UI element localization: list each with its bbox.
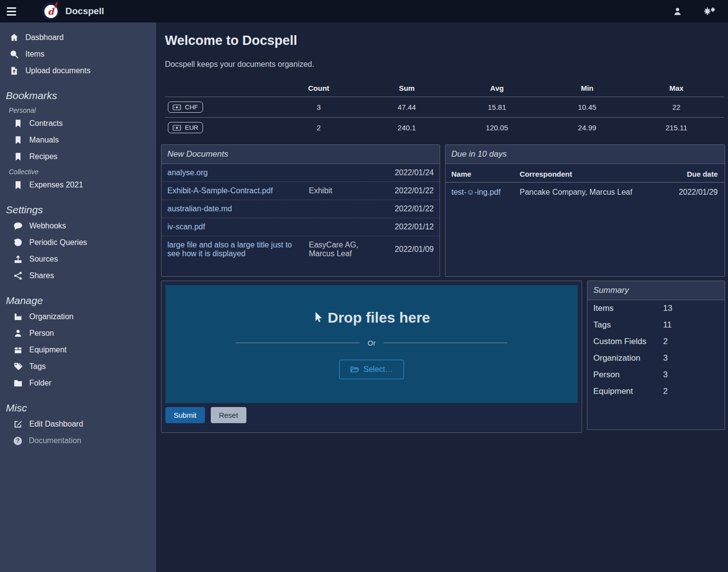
mouse-pointer-icon xyxy=(313,311,323,324)
summary-row: Items 13 xyxy=(587,300,725,317)
due-col-correspondent: Correspondent xyxy=(514,165,666,183)
due-col-date: Due date xyxy=(666,165,725,183)
document-row: large file and also a large title just t… xyxy=(162,236,440,263)
document-link[interactable]: large file and also a large title just t… xyxy=(167,241,304,258)
sidebar-item-bookmark-contracts[interactable]: Contracts xyxy=(11,115,151,132)
sidebar-item-person[interactable]: Person xyxy=(11,325,151,342)
sidebar-item-shares[interactable]: Shares xyxy=(11,267,151,284)
currency-chip-chf[interactable]: CHF xyxy=(168,102,203,113)
bookmark-group-collective: Collective xyxy=(5,165,151,177)
top-navbar: d Docspell xyxy=(0,0,728,22)
sidebar-item-label: Items xyxy=(25,50,44,59)
summary-value: 13 xyxy=(663,304,672,313)
page-title: Welcome to Docspell xyxy=(165,33,725,48)
sidebar-item-folder[interactable]: Folder xyxy=(11,375,151,391)
menu-toggle-icon[interactable] xyxy=(7,5,19,18)
reset-button[interactable]: Reset xyxy=(211,407,246,423)
file-dropzone[interactable]: Drop files here Or Select… xyxy=(165,285,578,403)
summary-row: Tags 11 xyxy=(587,317,725,333)
sidebar-item-label: Webhooks xyxy=(29,222,66,230)
document-link[interactable]: analyse.org xyxy=(167,168,304,177)
sidebar-item-label: Periodic Queries xyxy=(29,238,87,247)
question-circle-icon: ? xyxy=(14,437,22,445)
stat-value: 240.1 xyxy=(365,118,448,138)
sidebar-item-label: Equipment xyxy=(29,346,67,354)
sidebar-item-label: Recipes xyxy=(29,152,58,161)
sidebar-item-bookmark-expenses-2021[interactable]: Expenses 2021 xyxy=(11,177,151,193)
sidebar-item-edit-dashboard[interactable]: Edit Dashboard xyxy=(11,416,151,432)
document-row: Exhibit-A-Sample-Contract.pdf Exhibit 20… xyxy=(162,182,440,200)
search-icon xyxy=(10,50,19,59)
stat-value: 3 xyxy=(272,97,365,118)
main-content: Welcome to Docspell Docspell keeps your … xyxy=(156,22,728,572)
stats-table: Count Sum Avg Min Max CHF 3 47.44 15.81 … xyxy=(165,80,724,138)
due-table: Name Correspondent Due date test-☺-ing.p… xyxy=(445,165,725,202)
page-subtitle: Docspell keeps your documents organized. xyxy=(165,60,725,69)
sidebar-item-bookmark-manuals[interactable]: Manuals xyxy=(11,132,151,148)
sidebar-item-label: Shares xyxy=(29,271,54,280)
comment-icon xyxy=(14,222,22,230)
summary-label: Organization xyxy=(593,353,663,363)
document-date: 2022/01/22 xyxy=(387,186,434,195)
submit-button[interactable]: Submit xyxy=(165,407,205,423)
sidebar-item-webhooks[interactable]: Webhooks xyxy=(11,218,151,234)
stats-row-chf: CHF 3 47.44 15.81 10.45 22 xyxy=(165,97,724,118)
sidebar-item-label: Documentation xyxy=(29,436,81,445)
tags-icon xyxy=(14,362,22,371)
sidebar-item-equipment[interactable]: Equipment xyxy=(11,342,151,358)
sidebar-item-sources[interactable]: Sources xyxy=(11,251,151,267)
share-nodes-icon xyxy=(14,271,22,280)
history-icon xyxy=(14,238,22,247)
sidebar-item-documentation[interactable]: ? Documentation xyxy=(11,432,151,449)
docspell-logo-icon: d xyxy=(42,2,60,20)
sidebar-item-periodic-queries[interactable]: Periodic Queries xyxy=(11,234,151,251)
summary-label: Person xyxy=(593,370,663,380)
summary-value: 2 xyxy=(663,337,667,347)
stat-value: 15.81 xyxy=(448,97,546,118)
document-link[interactable]: test-☺-ing.pdf xyxy=(451,188,501,196)
section-title-bookmarks: Bookmarks xyxy=(5,88,151,103)
new-documents-panel: New Documents analyse.org 2022/01/24 Exh… xyxy=(161,144,440,277)
stat-value: 215.11 xyxy=(629,118,724,138)
sidebar-item-label: Manuals xyxy=(29,136,59,144)
upload-panel: Drop files here Or Select… S xyxy=(161,281,582,433)
due-date: 2022/01/29 xyxy=(666,183,725,202)
due-row: test-☺-ing.pdf Pancake Company, Marcus L… xyxy=(445,183,725,202)
summary-row: Organization 3 xyxy=(587,350,725,367)
summary-label: Equipment xyxy=(593,387,663,396)
sidebar-item-organization[interactable]: Organization xyxy=(11,308,151,325)
panel-title: New Documents xyxy=(162,145,440,164)
stats-col-avg: Avg xyxy=(448,80,546,97)
sidebar-item-dashboard[interactable]: Dasbhoard xyxy=(7,29,151,46)
settings-menu-button[interactable] xyxy=(702,5,717,18)
folder-icon xyxy=(14,379,22,388)
document-date: 2022/01/22 xyxy=(387,204,434,213)
stats-col-count: Count xyxy=(272,80,365,97)
bookmark-icon xyxy=(14,136,22,144)
sidebar-item-tags[interactable]: Tags xyxy=(11,358,151,375)
currency-chip-eur[interactable]: EUR xyxy=(168,122,203,133)
document-link[interactable]: australian-date.md xyxy=(167,204,304,213)
document-link[interactable]: iv-scan.pdf xyxy=(167,223,304,231)
sidebar-item-label: Edit Dashboard xyxy=(29,420,83,429)
document-link[interactable]: Exhibit-A-Sample-Contract.pdf xyxy=(167,186,304,195)
bookmark-icon xyxy=(14,152,22,161)
due-correspondent: Pancake Company, Marcus Leaf xyxy=(514,183,666,202)
document-date: 2022/01/12 xyxy=(387,223,434,231)
select-files-button[interactable]: Select… xyxy=(339,360,404,379)
app-logo[interactable]: d Docspell xyxy=(42,2,104,20)
sidebar-item-bookmark-recipes[interactable]: Recipes xyxy=(11,148,151,165)
stat-value: 120.05 xyxy=(448,118,546,138)
industry-icon xyxy=(14,312,22,321)
sidebar-item-upload-documents[interactable]: Upload documents xyxy=(7,62,151,79)
sidebar-item-label: Organization xyxy=(29,312,74,321)
sidebar-item-label: Tags xyxy=(29,362,46,371)
summary-row: Person 3 xyxy=(587,367,725,383)
sidebar-item-items[interactable]: Items xyxy=(7,46,151,62)
bookmark-outline-icon xyxy=(14,181,22,189)
user-menu-button[interactable] xyxy=(671,5,684,18)
user-icon xyxy=(673,7,682,16)
summary-value: 3 xyxy=(663,353,667,363)
sidebar-item-label: Sources xyxy=(29,255,58,264)
person-icon xyxy=(14,329,22,338)
